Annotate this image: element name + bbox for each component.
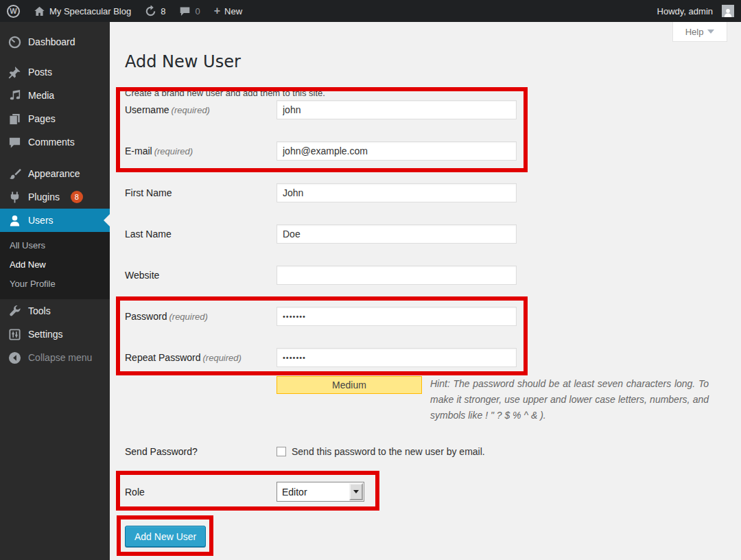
site-name-menu[interactable]: My Spectacular Blog xyxy=(27,0,138,22)
tools-icon xyxy=(8,305,21,318)
password-input[interactable] xyxy=(277,307,517,326)
sidebar-item-media[interactable]: Media xyxy=(0,84,110,107)
password-strength-area: Medium Hint: The password should be at l… xyxy=(277,376,709,423)
password-strength-meter: Medium xyxy=(277,376,422,394)
page-title: Add New User xyxy=(125,52,241,71)
users-icon xyxy=(8,214,21,227)
sidebar-item-appearance[interactable]: Appearance xyxy=(0,162,110,185)
last-name-input[interactable] xyxy=(277,224,517,244)
username-label: Username(required) xyxy=(125,100,272,119)
role-dropdown-button[interactable] xyxy=(349,483,363,500)
username-input[interactable] xyxy=(277,100,517,119)
role-label: Role xyxy=(125,482,272,502)
first-name-label: First Name xyxy=(125,183,272,202)
media-icon xyxy=(8,89,21,102)
add-new-user-button[interactable]: Add New User xyxy=(125,526,206,547)
new-plus-icon: + xyxy=(214,5,220,16)
new-menu[interactable]: + New xyxy=(207,0,249,22)
updates-menu[interactable]: 8 xyxy=(138,0,172,22)
updates-icon xyxy=(145,5,156,17)
comments-menu[interactable]: 0 xyxy=(172,0,207,22)
howdy-label: Howdy, admin xyxy=(657,6,713,16)
submenu-item-all-users[interactable]: All Users xyxy=(0,236,110,255)
sidebar-item-label: Collapse menu xyxy=(28,352,92,363)
role-selected-value: Editor xyxy=(277,487,349,498)
help-caret-icon xyxy=(707,30,714,34)
pages-icon xyxy=(8,113,21,126)
first-name-input[interactable] xyxy=(277,183,517,202)
repeat-password-label: Repeat Password(required) xyxy=(125,348,272,367)
sidebar-item-comments[interactable]: Comments xyxy=(0,130,110,154)
my-account-menu[interactable]: Howdy, admin xyxy=(650,0,741,22)
send-password-checkbox-label: Send this password to the new user by em… xyxy=(292,446,485,457)
settings-icon xyxy=(8,328,21,341)
sidebar-item-plugins[interactable]: Plugins 8 xyxy=(0,185,110,209)
wp-logo-icon: W xyxy=(7,5,20,18)
admin-sidebar: Dashboard Posts Media Pages Comments xyxy=(0,22,110,560)
sidebar-item-settings[interactable]: Settings xyxy=(0,323,110,346)
required-note: (required) xyxy=(172,105,210,115)
plugins-update-badge: 8 xyxy=(71,191,83,203)
sidebar-item-label: Pages xyxy=(28,113,56,124)
website-input[interactable] xyxy=(277,266,517,285)
last-name-label: Last Name xyxy=(125,224,272,244)
sidebar-item-label: Dashboard xyxy=(28,36,75,47)
plugins-icon xyxy=(8,191,21,204)
active-item-arrow xyxy=(104,214,110,226)
required-note: (required) xyxy=(169,312,207,322)
help-button[interactable]: Help xyxy=(672,22,727,42)
posts-icon xyxy=(8,66,21,79)
role-dropdown-arrow-icon xyxy=(353,490,359,493)
email-input[interactable] xyxy=(277,141,517,161)
sidebar-item-label: Settings xyxy=(28,329,63,340)
avatar xyxy=(722,5,734,17)
admin-bar: W My Spectacular Blog 8 0 + New Howdy, xyxy=(0,0,741,22)
comments-icon xyxy=(8,136,21,149)
submenu-item-add-new[interactable]: Add New xyxy=(0,255,110,275)
sidebar-item-label: Media xyxy=(28,90,54,101)
sidebar-item-label: Users xyxy=(28,215,54,226)
page-description: Create a brand new user and add them to … xyxy=(125,88,325,98)
website-label: Website xyxy=(125,266,272,285)
updates-count: 8 xyxy=(161,6,165,16)
new-label: New xyxy=(224,6,242,16)
sidebar-item-label: Appearance xyxy=(28,168,80,179)
sidebar-item-pages[interactable]: Pages xyxy=(0,107,110,130)
sidebar-item-users[interactable]: Users xyxy=(0,209,110,232)
users-submenu: All Users Add New Your Profile xyxy=(0,232,110,299)
sidebar-item-label: Comments xyxy=(28,137,75,148)
required-note: (required) xyxy=(154,146,193,156)
send-password-checkbox[interactable] xyxy=(277,447,286,456)
dashboard-icon xyxy=(8,36,21,49)
email-label: E-mail(required) xyxy=(125,141,272,161)
sidebar-item-label: Posts xyxy=(28,67,52,78)
send-password-label: Send Password? xyxy=(125,442,272,461)
required-note: (required) xyxy=(203,353,242,363)
repeat-password-input[interactable] xyxy=(277,348,517,367)
submenu-item-your-profile[interactable]: Your Profile xyxy=(0,275,110,294)
sidebar-item-dashboard[interactable]: Dashboard xyxy=(0,30,110,54)
sidebar-item-label: Plugins xyxy=(28,191,60,202)
appearance-icon xyxy=(8,167,21,180)
password-label: Password(required) xyxy=(125,307,272,326)
help-label: Help xyxy=(685,27,704,37)
sidebar-item-collapse-menu[interactable]: Collapse menu xyxy=(0,346,110,369)
sidebar-item-posts[interactable]: Posts xyxy=(0,60,110,84)
role-select[interactable]: Editor xyxy=(277,482,364,502)
comments-count: 0 xyxy=(195,6,200,16)
sidebar-item-label: Tools xyxy=(28,305,51,316)
wp-logo-menu[interactable]: W xyxy=(0,0,27,22)
collapse-icon xyxy=(8,351,21,364)
sidebar-item-tools[interactable]: Tools xyxy=(0,299,110,323)
site-name-label: My Spectacular Blog xyxy=(49,6,131,16)
home-icon xyxy=(34,5,45,17)
comments-bubble-icon xyxy=(179,5,191,17)
main-content: Help Add New User Create a brand new use… xyxy=(110,22,741,560)
